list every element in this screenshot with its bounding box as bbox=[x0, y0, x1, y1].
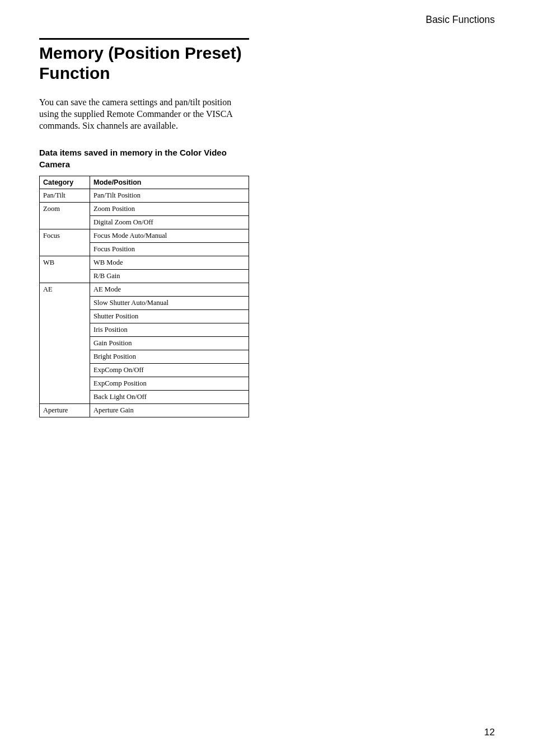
mode-cell: Shutter Position bbox=[90, 309, 249, 323]
title-rule bbox=[39, 38, 249, 40]
category-cell: Zoom bbox=[40, 202, 90, 229]
table-row: FocusFocus Mode Auto/Manual bbox=[40, 229, 249, 242]
page-title: Memory (Position Preset) Function bbox=[39, 43, 249, 83]
mode-cell: Gain Position bbox=[90, 336, 249, 350]
mode-cell: Pan/Tilt Position bbox=[90, 189, 249, 202]
category-cell: Focus bbox=[40, 229, 90, 256]
mode-cell: Focus Mode Auto/Manual bbox=[90, 229, 249, 242]
table-subheading: Data items saved in memory in the Color … bbox=[39, 147, 252, 170]
mode-cell: Slow Shutter Auto/Manual bbox=[90, 296, 249, 309]
table-header-mode: Mode/Position bbox=[90, 176, 249, 189]
category-cell: Aperture bbox=[40, 403, 90, 417]
table-header-row: Category Mode/Position bbox=[40, 176, 249, 189]
page-number: 12 bbox=[484, 727, 495, 738]
mode-cell: Zoom Position bbox=[90, 202, 249, 215]
table-row: ZoomZoom Position bbox=[40, 202, 249, 215]
mode-cell: ExpComp On/Off bbox=[90, 363, 249, 377]
table-body: Pan/TiltPan/Tilt PositionZoomZoom Positi… bbox=[40, 189, 249, 417]
mode-cell: Bright Position bbox=[90, 350, 249, 363]
mode-cell: Focus Position bbox=[90, 242, 249, 256]
mode-cell: Iris Position bbox=[90, 323, 249, 336]
category-cell: AE bbox=[40, 283, 90, 403]
table-row: WBWB Mode bbox=[40, 256, 249, 269]
section-header-label: Basic Functions bbox=[39, 14, 495, 26]
table-row: Pan/TiltPan/Tilt Position bbox=[40, 189, 249, 202]
category-cell: WB bbox=[40, 256, 90, 283]
mode-cell: Back Light On/Off bbox=[90, 390, 249, 403]
table-row: ApertureAperture Gain bbox=[40, 403, 249, 417]
category-cell: Pan/Tilt bbox=[40, 189, 90, 202]
intro-paragraph: You can save the camera settings and pan… bbox=[39, 97, 252, 132]
mode-cell: Aperture Gain bbox=[90, 403, 249, 417]
table-header-category: Category bbox=[40, 176, 90, 189]
mode-cell: AE Mode bbox=[90, 283, 249, 296]
table-row: AEAE Mode bbox=[40, 283, 249, 296]
memory-table: Category Mode/Position Pan/TiltPan/Tilt … bbox=[39, 176, 249, 417]
mode-cell: R/B Gain bbox=[90, 269, 249, 283]
mode-cell: ExpComp Position bbox=[90, 377, 249, 390]
mode-cell: WB Mode bbox=[90, 256, 249, 269]
mode-cell: Digital Zoom On/Off bbox=[90, 215, 249, 229]
